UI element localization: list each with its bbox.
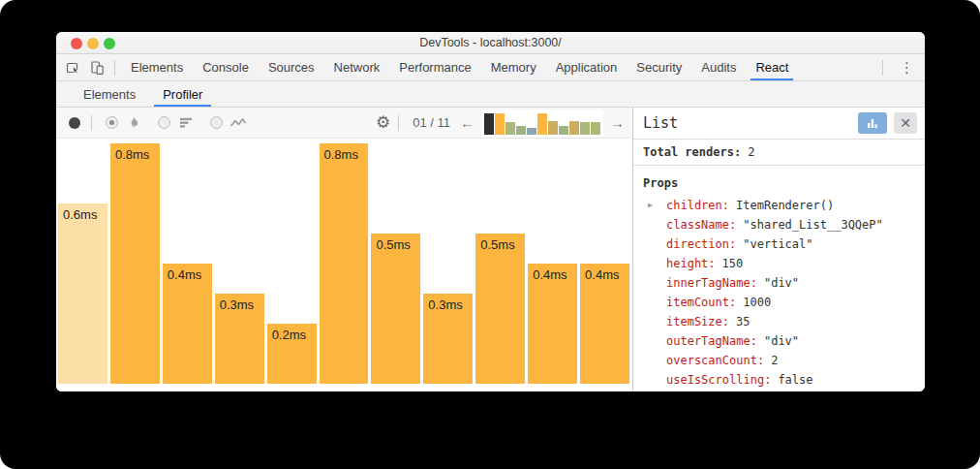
props-area: Props ▶childrenItemRenderer() ▶className… [633, 166, 925, 391]
snapshot-minibar[interactable] [505, 122, 515, 134]
commit-bar[interactable]: 0.5ms [371, 234, 420, 384]
component-name: List [643, 114, 858, 132]
prop-row: ▶useIsScrollingfalse [643, 370, 915, 390]
prop-row: ▶itemCount1000 [643, 293, 915, 312]
bar-duration-label: 0.4ms [533, 267, 567, 282]
titlebar: DevTools - localhost:3000/ [56, 32, 925, 54]
snapshot-minibar[interactable] [591, 122, 600, 134]
props-list: ▶childrenItemRenderer() ▶className"share… [643, 196, 915, 391]
view-flamegraph-group [106, 114, 142, 132]
prev-snapshot-arrow-icon[interactable]: ← [458, 115, 476, 130]
flamegraph-icon[interactable] [125, 114, 142, 132]
props-heading: Props [643, 173, 915, 193]
react-panel-tabs: Elements Profiler [70, 81, 216, 107]
commit-bar[interactable]: 0.4ms [163, 264, 212, 384]
view-interactions-group [210, 114, 247, 132]
devtools-tab[interactable]: Sources [259, 54, 324, 80]
ranked-chart-icon[interactable] [177, 114, 195, 132]
devtools-tab[interactable]: Console [193, 54, 259, 80]
devtools-tabs: Elements Console Sources Network Perform… [121, 54, 798, 80]
snapshot-minibar[interactable] [516, 126, 526, 135]
devtools-tab[interactable]: Performance [389, 54, 480, 80]
devtools-tab[interactable]: Application [546, 54, 628, 80]
prop-key: itemCount [666, 296, 736, 309]
snapshot-minibar[interactable] [527, 128, 536, 135]
maximize-window-button[interactable] [104, 38, 115, 49]
devtools-tab[interactable]: React [746, 54, 798, 80]
record-button[interactable] [69, 117, 80, 129]
divider [91, 115, 92, 131]
devtools-tab[interactable]: Network [324, 54, 390, 80]
commit-bar[interactable]: 0.8ms [110, 143, 160, 384]
prop-row: ▶overscanCount2 [643, 351, 915, 370]
prop-row: ▶childrenItemRenderer() [643, 196, 915, 215]
prop-key: direction [666, 237, 736, 251]
snapshot-minibar[interactable] [580, 122, 590, 134]
prop-value: "div" [764, 334, 799, 348]
devtools-tab[interactable]: Elements [121, 54, 193, 80]
prop-value: ItemRenderer() [736, 199, 834, 212]
snapshot-minibar[interactable] [537, 113, 547, 135]
commit-bar[interactable]: 0.5ms [475, 234, 525, 384]
window-title: DevTools - localhost:3000/ [419, 36, 562, 49]
commit-bar[interactable]: 0.4ms [580, 264, 629, 384]
commit-bar[interactable]: 0.2ms [267, 324, 317, 384]
bar-duration-label: 0.2ms [272, 328, 306, 342]
commit-bar[interactable]: 0.3ms [423, 294, 473, 384]
devtools-tab[interactable]: Memory [481, 54, 546, 80]
prop-key: height [666, 257, 716, 270]
next-snapshot-arrow-icon[interactable]: → [608, 115, 627, 130]
close-window-button[interactable] [71, 38, 82, 49]
prop-value: 35 [736, 315, 750, 328]
commit-bar[interactable]: 0.6ms [58, 203, 107, 384]
bar-duration-label: 0.8ms [115, 147, 149, 162]
total-renders-row: Total renders: 2 [633, 140, 925, 166]
inspect-element-icon[interactable] [66, 60, 81, 76]
bar-duration-label: 0.3ms [428, 297, 462, 312]
prop-key: className [666, 218, 736, 232]
prop-value: 150 [722, 257, 744, 270]
prop-value: "div" [764, 276, 799, 290]
minimize-window-button[interactable] [87, 38, 99, 49]
bar-duration-label: 0.4ms [585, 267, 619, 282]
device-toolbar-icon[interactable] [89, 60, 105, 76]
prop-row: ▶className"shared_List__3QQeP" [643, 215, 915, 234]
commit-bar[interactable]: 0.8ms [320, 143, 369, 384]
prop-key: children [666, 199, 729, 212]
snapshot-minibar[interactable] [559, 126, 568, 135]
prop-row: ▶width300 [643, 390, 915, 391]
view-renders-chart-button[interactable] [858, 112, 887, 134]
settings-gear-icon[interactable]: ⚙ [376, 114, 390, 131]
profiler-main: ⚙ 01 / 11 ← [56, 108, 632, 391]
ranked-radio[interactable] [158, 116, 170, 129]
total-renders-label: Total renders: [643, 145, 741, 159]
disclosure-triangle-icon[interactable]: ▶ [648, 196, 653, 215]
details-header: List ✕ [633, 108, 925, 140]
devtools-tab[interactable]: Audits [691, 54, 746, 80]
prop-value: false [778, 373, 812, 387]
prop-key: innerTagName [666, 276, 757, 290]
view-ranked-group [158, 114, 195, 132]
snapshot-minibar[interactable] [569, 121, 579, 135]
prop-value: "vertical" [743, 237, 812, 251]
interactions-icon[interactable] [230, 114, 247, 132]
snapshot-minibar[interactable] [495, 113, 505, 135]
close-details-icon[interactable]: ✕ [894, 112, 917, 134]
react-panel-tab[interactable]: Elements [70, 81, 149, 107]
divider [114, 60, 115, 76]
snapshot-minibar[interactable] [548, 121, 558, 135]
spacer [798, 54, 880, 80]
prop-key: overscanCount [666, 354, 764, 367]
commit-bar[interactable]: 0.3ms [215, 294, 264, 384]
react-panel-tab[interactable]: Profiler [149, 81, 216, 107]
prop-row: ▶height150 [643, 254, 915, 273]
snapshot-minibar[interactable] [484, 113, 494, 135]
devtools-tab[interactable]: Security [627, 54, 691, 80]
divider [882, 60, 883, 76]
more-options-icon[interactable]: ⋮ [889, 54, 925, 80]
screenshot-background: DevTools - localhost:3000/ Elements Cons… [0, 0, 980, 469]
flamegraph-radio[interactable] [106, 116, 118, 129]
prop-key: itemSize [666, 315, 729, 328]
interactions-radio[interactable] [210, 116, 223, 129]
commit-bar[interactable]: 0.4ms [528, 264, 577, 384]
